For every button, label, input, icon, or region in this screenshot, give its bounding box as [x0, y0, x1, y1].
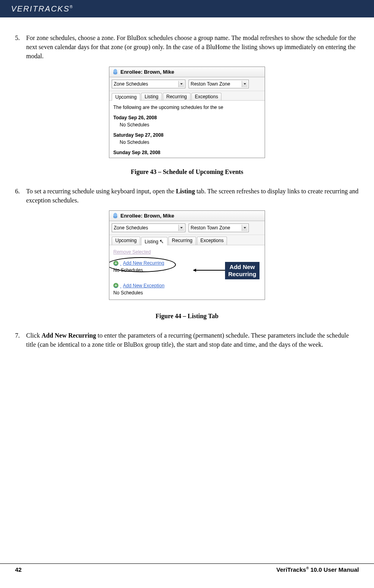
callout-arrow	[193, 270, 225, 271]
modal-upcoming: Enrollee: Brown, Mike Zone Schedules Res…	[109, 67, 265, 158]
page-number: 42	[15, 566, 22, 573]
select-row-2: Zone Schedules Reston Town Zone	[109, 221, 265, 235]
modal-title-bar-2: Enrollee: Brown, Mike	[109, 211, 265, 221]
modal-title-bar: Enrollee: Brown, Mike	[109, 67, 265, 77]
step-7: 7. Click Add New Recurring to enter the …	[15, 331, 359, 349]
footer-product-name: VeriTracks	[277, 566, 306, 573]
figure-43-caption: Figure 43 – Schedule of Upcoming Events	[15, 168, 359, 176]
modal-listing: Enrollee: Brown, Mike Zone Schedules Res…	[109, 210, 265, 300]
tab-listing-2[interactable]: Listing↖	[141, 237, 168, 245]
plus-icon: +	[113, 283, 118, 288]
enrollee-label: Enrollee: Brown, Mike	[120, 69, 174, 75]
intro-text: The following are the upcoming schedules…	[113, 104, 261, 111]
footer-product-suffix: 10.0 User Manual	[309, 566, 359, 573]
page-footer: 42 VeriTracks® 10.0 User Manual	[0, 563, 374, 573]
remove-selected-link[interactable]: Remove Selected	[113, 248, 261, 256]
schedule-type-select[interactable]: Zone Schedules	[112, 80, 185, 88]
step-7-text-a: Click	[26, 332, 42, 339]
step-6-text-a: To set a recurring schedule using keyboa…	[26, 188, 176, 195]
add-new-exception-link[interactable]: + Add New Exception	[113, 282, 261, 289]
page-content: 5. For zone schedules, choose a zone. Fo…	[0, 17, 374, 576]
select-row: Zone Schedules Reston Town Zone	[109, 77, 265, 91]
tab-listing-label: Listing	[145, 239, 158, 244]
zone-select-2[interactable]: Reston Town Zone	[189, 223, 249, 232]
step-5: 5. For zone schedules, choose a zone. Fo…	[15, 33, 359, 61]
figure-44: Enrollee: Brown, Mike Zone Schedules Res…	[15, 210, 359, 320]
step-6-bold: Listing	[176, 188, 195, 195]
tab-listing[interactable]: Listing	[141, 93, 162, 100]
person-icon	[113, 69, 118, 74]
tab-recurring-2[interactable]: Recurring	[168, 237, 196, 245]
enrollee-label-2: Enrollee: Brown, Mike	[120, 213, 174, 219]
brand-reg: ®	[70, 5, 73, 9]
day2-text: No Schedules	[120, 139, 261, 146]
figure-44-caption: Figure 44 – Listing Tab	[15, 313, 359, 320]
step-6-number: 6.	[15, 187, 26, 205]
day1-heading: Today Sep 26, 2008	[113, 114, 261, 121]
schedule-type-select-2[interactable]: Zone Schedules	[112, 223, 185, 232]
modal-body: The following are the upcoming schedules…	[109, 101, 265, 158]
step-6: 6. To set a recurring schedule using key…	[15, 187, 359, 205]
tab-exceptions[interactable]: Exceptions	[191, 93, 222, 100]
step-5-text: For zone schedules, choose a zone. For B…	[26, 33, 359, 61]
brand-logo: VERITRACKS®	[11, 4, 73, 13]
step-7-bold: Add New Recurring	[42, 332, 96, 339]
brand-text: VERITRACKS	[11, 4, 70, 13]
step-5-number: 5.	[15, 33, 26, 61]
tab-exceptions-2[interactable]: Exceptions	[197, 237, 227, 245]
tab-upcoming-2[interactable]: Upcoming	[112, 237, 140, 245]
figure-43: Enrollee: Brown, Mike Zone Schedules Res…	[15, 67, 359, 176]
step-6-text: To set a recurring schedule using keyboa…	[26, 187, 359, 205]
day1-text: No Schedules	[120, 121, 261, 128]
day2-heading: Saturday Sep 27, 2008	[113, 132, 261, 139]
no-schedules-2: No Schedules	[113, 289, 261, 296]
add-exception-text: Add New Exception	[123, 282, 164, 289]
tabs-row-2: Upcoming Listing↖ Recurring Exceptions	[109, 235, 265, 245]
tab-recurring[interactable]: Recurring	[163, 93, 191, 100]
callout-line-1: Add New	[228, 263, 256, 271]
cursor-icon: ↖	[159, 238, 164, 244]
footer-product: VeriTracks® 10.0 User Manual	[277, 566, 359, 573]
zone-select[interactable]: Reston Town Zone	[189, 80, 249, 88]
day3-heading: Sunday Sep 28, 2008	[113, 149, 261, 156]
callout-line-2: Recurring	[228, 271, 256, 278]
annotation-circle	[109, 257, 176, 272]
tabs-row: Upcoming Listing Recurring Exceptions	[109, 91, 265, 101]
tab-upcoming[interactable]: Upcoming	[112, 93, 140, 101]
header-bar: VERITRACKS®	[0, 0, 374, 17]
step-7-number: 7.	[15, 331, 26, 349]
person-icon	[113, 213, 118, 218]
step-7-text: Click Add New Recurring to enter the par…	[26, 331, 359, 349]
callout-box: Add New Recurring	[225, 262, 260, 279]
